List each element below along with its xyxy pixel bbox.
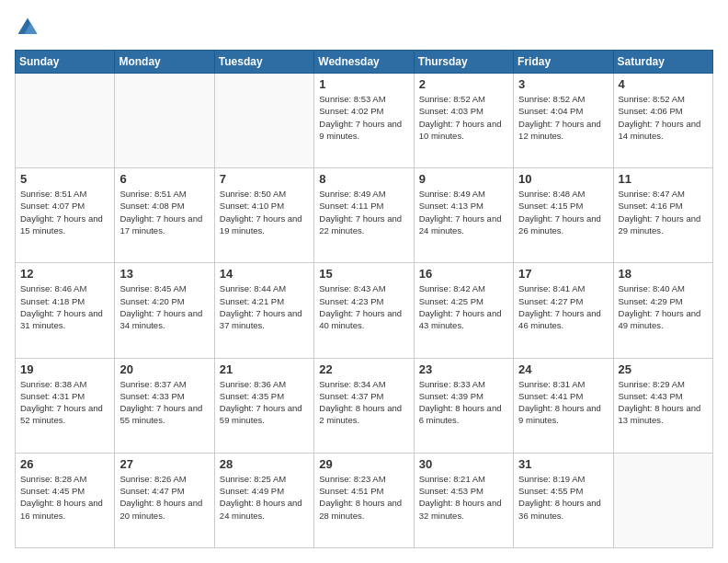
day-number: 20 [119, 362, 209, 376]
day-info: Sunrise: 8:45 AM Sunset: 4:20 PM Dayligh… [119, 282, 209, 331]
day-info: Sunrise: 8:52 AM Sunset: 4:03 PM Dayligh… [419, 93, 508, 142]
weekday-monday: Monday [115, 51, 214, 74]
calendar-cell: 5Sunrise: 8:51 AM Sunset: 4:07 PM Daylig… [16, 168, 115, 263]
day-info: Sunrise: 8:33 AM Sunset: 4:39 PM Dayligh… [419, 378, 508, 427]
day-number: 17 [518, 267, 608, 281]
day-number: 18 [619, 267, 708, 281]
day-number: 23 [419, 362, 508, 376]
day-info: Sunrise: 8:29 AM Sunset: 4:43 PM Dayligh… [619, 378, 708, 427]
weekday-saturday: Saturday [613, 51, 712, 74]
calendar-cell: 17Sunrise: 8:41 AM Sunset: 4:27 PM Dayli… [514, 263, 613, 358]
day-number: 19 [20, 362, 109, 376]
day-info: Sunrise: 8:31 AM Sunset: 4:41 PM Dayligh… [518, 378, 608, 427]
calendar-cell [16, 74, 115, 168]
day-number: 2 [419, 77, 508, 91]
day-number: 14 [220, 267, 309, 281]
week-row-5: 26Sunrise: 8:28 AM Sunset: 4:45 PM Dayli… [16, 453, 713, 547]
logo [15, 15, 44, 40]
day-number: 10 [518, 172, 608, 186]
calendar-cell: 19Sunrise: 8:38 AM Sunset: 4:31 PM Dayli… [16, 358, 115, 453]
week-row-4: 19Sunrise: 8:38 AM Sunset: 4:31 PM Dayli… [16, 358, 713, 453]
day-number: 3 [518, 77, 608, 91]
day-info: Sunrise: 8:51 AM Sunset: 4:08 PM Dayligh… [119, 188, 209, 236]
calendar-cell: 31Sunrise: 8:19 AM Sunset: 4:55 PM Dayli… [514, 453, 613, 547]
day-info: Sunrise: 8:53 AM Sunset: 4:02 PM Dayligh… [319, 93, 408, 142]
day-info: Sunrise: 8:50 AM Sunset: 4:10 PM Dayligh… [220, 188, 309, 236]
calendar-cell: 18Sunrise: 8:40 AM Sunset: 4:29 PM Dayli… [613, 263, 712, 358]
day-number: 16 [419, 267, 508, 281]
calendar-cell: 14Sunrise: 8:44 AM Sunset: 4:21 PM Dayli… [214, 263, 313, 358]
day-number: 25 [619, 362, 708, 376]
calendar-cell: 3Sunrise: 8:52 AM Sunset: 4:04 PM Daylig… [514, 74, 613, 168]
day-number: 28 [220, 457, 309, 471]
day-info: Sunrise: 8:26 AM Sunset: 4:47 PM Dayligh… [119, 473, 209, 522]
calendar-cell: 22Sunrise: 8:34 AM Sunset: 4:37 PM Dayli… [314, 358, 414, 453]
day-number: 26 [20, 457, 109, 471]
day-info: Sunrise: 8:49 AM Sunset: 4:11 PM Dayligh… [319, 188, 408, 236]
weekday-friday: Friday [514, 51, 613, 74]
calendar-cell: 2Sunrise: 8:52 AM Sunset: 4:03 PM Daylig… [414, 74, 513, 168]
header [15, 15, 713, 40]
day-info: Sunrise: 8:41 AM Sunset: 4:27 PM Dayligh… [518, 282, 608, 331]
page: SundayMondayTuesdayWednesdayThursdayFrid… [0, 0, 728, 563]
calendar-cell: 4Sunrise: 8:52 AM Sunset: 4:06 PM Daylig… [613, 74, 712, 168]
day-info: Sunrise: 8:23 AM Sunset: 4:51 PM Dayligh… [319, 473, 408, 522]
day-number: 8 [319, 172, 408, 186]
day-number: 15 [319, 267, 408, 281]
day-info: Sunrise: 8:49 AM Sunset: 4:13 PM Dayligh… [419, 188, 508, 236]
day-number: 29 [319, 457, 408, 471]
calendar-cell: 9Sunrise: 8:49 AM Sunset: 4:13 PM Daylig… [414, 168, 513, 263]
day-info: Sunrise: 8:52 AM Sunset: 4:04 PM Dayligh… [518, 93, 608, 142]
day-number: 30 [419, 457, 508, 471]
calendar-cell: 20Sunrise: 8:37 AM Sunset: 4:33 PM Dayli… [115, 358, 214, 453]
day-number: 21 [220, 362, 309, 376]
day-info: Sunrise: 8:52 AM Sunset: 4:06 PM Dayligh… [619, 93, 708, 142]
day-number: 1 [319, 77, 408, 91]
calendar-cell: 6Sunrise: 8:51 AM Sunset: 4:08 PM Daylig… [115, 168, 214, 263]
day-info: Sunrise: 8:48 AM Sunset: 4:15 PM Dayligh… [518, 188, 608, 236]
day-info: Sunrise: 8:28 AM Sunset: 4:45 PM Dayligh… [20, 473, 109, 522]
day-info: Sunrise: 8:47 AM Sunset: 4:16 PM Dayligh… [619, 188, 708, 236]
day-info: Sunrise: 8:25 AM Sunset: 4:49 PM Dayligh… [220, 473, 309, 522]
day-info: Sunrise: 8:43 AM Sunset: 4:23 PM Dayligh… [319, 282, 408, 331]
calendar-cell: 24Sunrise: 8:31 AM Sunset: 4:41 PM Dayli… [514, 358, 613, 453]
calendar-cell: 16Sunrise: 8:42 AM Sunset: 4:25 PM Dayli… [414, 263, 513, 358]
day-number: 13 [119, 267, 209, 281]
day-number: 11 [619, 172, 708, 186]
week-row-1: 1Sunrise: 8:53 AM Sunset: 4:02 PM Daylig… [16, 74, 713, 168]
day-info: Sunrise: 8:36 AM Sunset: 4:35 PM Dayligh… [220, 378, 309, 427]
weekday-wednesday: Wednesday [314, 51, 414, 74]
day-number: 27 [119, 457, 209, 471]
week-row-3: 12Sunrise: 8:46 AM Sunset: 4:18 PM Dayli… [16, 263, 713, 358]
day-number: 5 [20, 172, 109, 186]
day-number: 31 [518, 457, 608, 471]
logo-icon [15, 15, 40, 40]
calendar-cell: 12Sunrise: 8:46 AM Sunset: 4:18 PM Dayli… [16, 263, 115, 358]
calendar-cell: 13Sunrise: 8:45 AM Sunset: 4:20 PM Dayli… [115, 263, 214, 358]
day-info: Sunrise: 8:37 AM Sunset: 4:33 PM Dayligh… [119, 378, 209, 427]
day-info: Sunrise: 8:34 AM Sunset: 4:37 PM Dayligh… [319, 378, 408, 427]
day-number: 9 [419, 172, 508, 186]
day-number: 4 [619, 77, 708, 91]
day-info: Sunrise: 8:44 AM Sunset: 4:21 PM Dayligh… [220, 282, 309, 331]
calendar-cell: 15Sunrise: 8:43 AM Sunset: 4:23 PM Dayli… [314, 263, 414, 358]
day-number: 22 [319, 362, 408, 376]
day-info: Sunrise: 8:38 AM Sunset: 4:31 PM Dayligh… [20, 378, 109, 427]
calendar-cell: 30Sunrise: 8:21 AM Sunset: 4:53 PM Dayli… [414, 453, 513, 547]
calendar-cell: 21Sunrise: 8:36 AM Sunset: 4:35 PM Dayli… [214, 358, 313, 453]
calendar-cell: 8Sunrise: 8:49 AM Sunset: 4:11 PM Daylig… [314, 168, 414, 263]
calendar-cell: 27Sunrise: 8:26 AM Sunset: 4:47 PM Dayli… [115, 453, 214, 547]
calendar-cell: 29Sunrise: 8:23 AM Sunset: 4:51 PM Dayli… [314, 453, 414, 547]
day-info: Sunrise: 8:46 AM Sunset: 4:18 PM Dayligh… [20, 282, 109, 331]
day-info: Sunrise: 8:42 AM Sunset: 4:25 PM Dayligh… [419, 282, 508, 331]
calendar-cell: 10Sunrise: 8:48 AM Sunset: 4:15 PM Dayli… [514, 168, 613, 263]
day-number: 12 [20, 267, 109, 281]
calendar-table: SundayMondayTuesdayWednesdayThursdayFrid… [15, 50, 713, 548]
calendar-cell [613, 453, 712, 547]
day-info: Sunrise: 8:51 AM Sunset: 4:07 PM Dayligh… [20, 188, 109, 236]
week-row-2: 5Sunrise: 8:51 AM Sunset: 4:07 PM Daylig… [16, 168, 713, 263]
day-info: Sunrise: 8:19 AM Sunset: 4:55 PM Dayligh… [518, 473, 608, 522]
calendar-cell: 26Sunrise: 8:28 AM Sunset: 4:45 PM Dayli… [16, 453, 115, 547]
calendar-cell: 7Sunrise: 8:50 AM Sunset: 4:10 PM Daylig… [214, 168, 313, 263]
weekday-tuesday: Tuesday [214, 51, 313, 74]
